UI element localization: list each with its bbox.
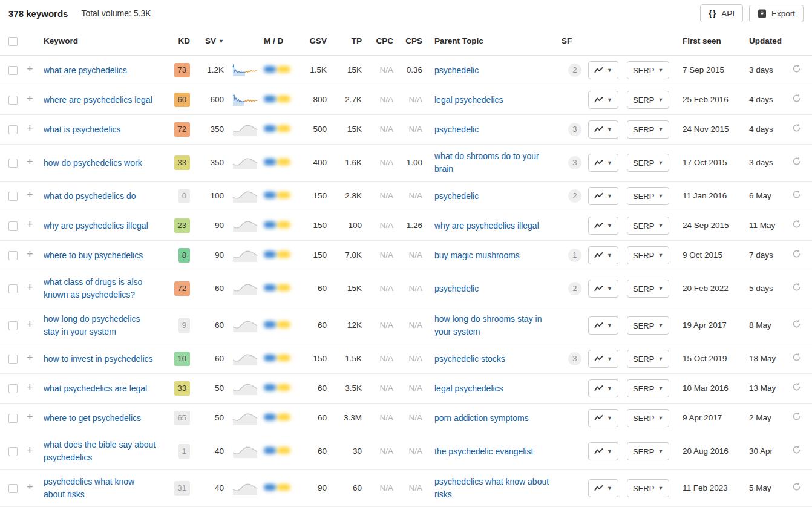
add-keyword-icon[interactable]: + bbox=[27, 411, 33, 423]
serp-dropdown[interactable]: SERP ▼ bbox=[627, 350, 669, 368]
keyword-link[interactable]: how long do psychedelics stay in your sy… bbox=[44, 314, 140, 336]
parent-topic-link[interactable]: the psychedelic evangelist bbox=[434, 446, 533, 456]
col-cpc[interactable]: CPC bbox=[362, 35, 393, 47]
row-checkbox[interactable] bbox=[8, 447, 18, 456]
keyword-link[interactable]: what is psychedelics bbox=[44, 125, 121, 134]
position-history-dropdown[interactable]: ▼ bbox=[588, 350, 618, 368]
parent-topic-link[interactable]: psychedelic bbox=[434, 284, 479, 293]
position-history-dropdown[interactable]: ▼ bbox=[588, 187, 618, 205]
add-keyword-icon[interactable]: + bbox=[27, 93, 33, 105]
add-keyword-icon[interactable]: + bbox=[27, 381, 33, 393]
refresh-icon[interactable] bbox=[791, 282, 802, 292]
serp-dropdown[interactable]: SERP ▼ bbox=[627, 91, 669, 109]
add-keyword-icon[interactable]: + bbox=[27, 481, 33, 493]
serp-dropdown[interactable]: SERP ▼ bbox=[627, 479, 669, 497]
keyword-link[interactable]: where are psychedelics legal bbox=[44, 95, 152, 105]
export-button[interactable]: Export bbox=[749, 5, 804, 22]
parent-topic-link[interactable]: porn addiction symptoms bbox=[434, 413, 529, 423]
parent-topic-link[interactable]: legal psychedelics bbox=[434, 384, 503, 393]
col-keyword[interactable]: Keyword bbox=[44, 35, 165, 47]
serp-dropdown[interactable]: SERP ▼ bbox=[627, 379, 669, 397]
refresh-icon[interactable] bbox=[791, 445, 802, 455]
serp-dropdown[interactable]: SERP ▼ bbox=[627, 316, 669, 335]
parent-topic-link[interactable]: psychedelic bbox=[434, 191, 479, 201]
position-history-dropdown[interactable]: ▼ bbox=[588, 61, 618, 79]
keyword-link[interactable]: where to buy psychedelics bbox=[44, 250, 143, 260]
row-checkbox[interactable] bbox=[8, 221, 18, 231]
serp-dropdown[interactable]: SERP ▼ bbox=[627, 409, 669, 427]
position-history-dropdown[interactable]: ▼ bbox=[588, 280, 618, 298]
refresh-icon[interactable] bbox=[791, 249, 802, 259]
col-cps[interactable]: CPS bbox=[393, 35, 422, 47]
serp-dropdown[interactable]: SERP ▼ bbox=[627, 442, 669, 460]
col-first-seen[interactable]: First seen bbox=[683, 35, 749, 47]
parent-topic-link[interactable]: legal psychedelics bbox=[434, 95, 503, 105]
keyword-link[interactable]: where to get psychedelics bbox=[44, 413, 141, 423]
serp-dropdown[interactable]: SERP ▼ bbox=[627, 187, 669, 205]
position-history-dropdown[interactable]: ▼ bbox=[588, 479, 618, 497]
col-updated[interactable]: Updated bbox=[749, 35, 791, 47]
add-keyword-icon[interactable]: + bbox=[27, 318, 33, 330]
add-keyword-icon[interactable]: + bbox=[27, 444, 33, 456]
col-md[interactable]: M / D bbox=[260, 35, 295, 47]
select-all-checkbox[interactable] bbox=[8, 37, 18, 46]
add-keyword-icon[interactable]: + bbox=[27, 352, 33, 364]
parent-topic-link[interactable]: how long do shrooms stay in your system bbox=[434, 314, 542, 336]
position-history-dropdown[interactable]: ▼ bbox=[588, 316, 618, 335]
col-sv[interactable]: SV▼ bbox=[194, 35, 226, 47]
serp-dropdown[interactable]: SERP ▼ bbox=[627, 154, 669, 172]
add-keyword-icon[interactable]: + bbox=[27, 218, 33, 231]
position-history-dropdown[interactable]: ▼ bbox=[588, 379, 618, 397]
row-checkbox[interactable] bbox=[8, 251, 18, 260]
row-checkbox[interactable] bbox=[8, 355, 18, 364]
refresh-icon[interactable] bbox=[791, 189, 802, 200]
keyword-link[interactable]: what are psychedelics bbox=[44, 65, 127, 75]
parent-topic-link[interactable]: why are psychedelics illegal bbox=[434, 221, 539, 231]
row-checkbox[interactable] bbox=[8, 159, 18, 168]
add-keyword-icon[interactable]: + bbox=[27, 63, 33, 75]
keyword-link[interactable]: what do psychedelics do bbox=[44, 191, 136, 201]
row-checkbox[interactable] bbox=[8, 384, 18, 393]
refresh-icon[interactable] bbox=[791, 482, 802, 492]
refresh-icon[interactable] bbox=[791, 411, 802, 422]
row-checkbox[interactable] bbox=[8, 484, 18, 493]
refresh-icon[interactable] bbox=[791, 352, 802, 362]
position-history-dropdown[interactable]: ▼ bbox=[588, 154, 618, 172]
row-checkbox[interactable] bbox=[8, 125, 18, 134]
serp-dropdown[interactable]: SERP ▼ bbox=[627, 246, 669, 264]
api-button[interactable]: {} API bbox=[700, 4, 743, 22]
position-history-dropdown[interactable]: ▼ bbox=[588, 442, 618, 460]
serp-dropdown[interactable]: SERP ▼ bbox=[627, 61, 669, 79]
row-checkbox[interactable] bbox=[8, 66, 18, 75]
position-history-dropdown[interactable]: ▼ bbox=[588, 409, 618, 427]
refresh-icon[interactable] bbox=[791, 93, 802, 103]
keyword-link[interactable]: why are psychedelics illegal bbox=[44, 221, 148, 231]
keyword-link[interactable]: psychedelics what know about risks bbox=[44, 477, 134, 499]
add-keyword-icon[interactable]: + bbox=[27, 189, 33, 201]
serp-dropdown[interactable]: SERP ▼ bbox=[627, 280, 669, 298]
serp-dropdown[interactable]: SERP ▼ bbox=[627, 120, 669, 139]
row-checkbox[interactable] bbox=[8, 192, 18, 201]
keyword-link[interactable]: how to invest in psychedelics bbox=[44, 354, 153, 364]
refresh-icon[interactable] bbox=[791, 382, 802, 392]
position-history-dropdown[interactable]: ▼ bbox=[588, 246, 618, 264]
add-keyword-icon[interactable]: + bbox=[27, 155, 33, 168]
add-keyword-icon[interactable]: + bbox=[27, 122, 33, 134]
col-kd[interactable]: KD bbox=[165, 35, 194, 47]
serp-dropdown[interactable]: SERP ▼ bbox=[627, 217, 669, 235]
row-checkbox[interactable] bbox=[8, 414, 18, 423]
col-sf[interactable]: SF bbox=[562, 35, 588, 47]
row-checkbox[interactable] bbox=[8, 321, 18, 330]
add-keyword-icon[interactable]: + bbox=[27, 248, 33, 260]
keyword-link[interactable]: how do psychedelics work bbox=[44, 158, 142, 168]
refresh-icon[interactable] bbox=[791, 156, 802, 166]
position-history-dropdown[interactable]: ▼ bbox=[588, 217, 618, 235]
parent-topic-link[interactable]: psychedelic stocks bbox=[434, 354, 505, 364]
keyword-link[interactable]: what class of drugs is also known as psy… bbox=[44, 277, 142, 299]
parent-topic-link[interactable]: psychedelic bbox=[434, 65, 479, 75]
col-tp[interactable]: TP bbox=[327, 35, 362, 47]
row-checkbox[interactable] bbox=[8, 96, 18, 105]
parent-topic-link[interactable]: what do shrooms do to your brain bbox=[434, 151, 539, 174]
refresh-icon[interactable] bbox=[791, 319, 802, 329]
position-history-dropdown[interactable]: ▼ bbox=[588, 91, 618, 109]
